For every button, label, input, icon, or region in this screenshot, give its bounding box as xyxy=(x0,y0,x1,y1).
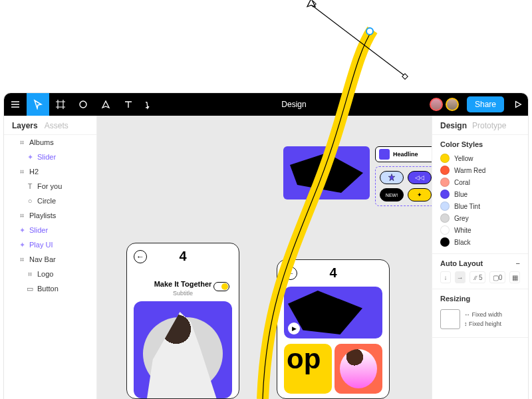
swatch-icon xyxy=(440,225,450,235)
layer-slider-2[interactable]: ✦Slider xyxy=(4,223,96,237)
width-mode[interactable]: ↔ Fixed width xyxy=(464,311,502,318)
color-style-row[interactable]: Coral xyxy=(440,176,520,188)
direction-horizontal[interactable]: → xyxy=(455,271,466,283)
canvas-tile-hero[interactable] xyxy=(283,146,370,200)
auto-layout-section: Auto Layout− ↓ → ⫽ 5 ▢ 0 ▦ xyxy=(432,254,528,289)
color-style-row[interactable]: Yellow xyxy=(440,152,520,164)
layer-label: Playlists xyxy=(29,211,56,219)
layer-circle[interactable]: ○Circle xyxy=(4,194,96,208)
favorite-toggle[interactable] xyxy=(213,282,229,291)
width-label: Fixed width xyxy=(472,311,503,318)
swatch-icon xyxy=(440,178,450,187)
color-style-row[interactable]: White xyxy=(440,224,520,236)
svg-rect-3 xyxy=(402,74,408,79)
svg-point-11 xyxy=(80,101,86,108)
frame-tool[interactable] xyxy=(49,93,72,116)
design-tab[interactable]: Design xyxy=(440,121,467,130)
share-button[interactable]: Share xyxy=(467,96,504,112)
layer-button[interactable]: ▭Button xyxy=(4,281,96,296)
section-title: Auto Layout xyxy=(440,259,483,267)
prototype-tab[interactable]: Prototype xyxy=(472,121,506,130)
layer-label: Play UI xyxy=(29,241,53,249)
present-button[interactable] xyxy=(508,100,528,109)
shape-tool[interactable] xyxy=(72,93,94,116)
color-name: Grey xyxy=(454,215,469,222)
layer-albums[interactable]: ⌗Albums xyxy=(4,135,96,150)
pill-sparkle[interactable]: ✦ xyxy=(408,188,432,201)
color-styles-section: Color Styles Yellow Warm Red Coral Blue … xyxy=(432,135,528,254)
playlist-tile-main[interactable]: ▶ xyxy=(284,287,382,338)
layer-h2[interactable]: ⌗H2 xyxy=(4,164,96,179)
color-name: Blue xyxy=(454,191,467,198)
color-style-row[interactable]: Blue xyxy=(440,188,520,200)
color-style-row[interactable]: Black xyxy=(440,236,520,248)
artboard-make-it-together[interactable]: ← 4 Make It Together Subtitle xyxy=(126,243,239,399)
headline-thumb xyxy=(379,149,390,160)
play-icon[interactable]: ▶ xyxy=(288,323,300,334)
color-style-row[interactable]: Warm Red xyxy=(440,164,520,176)
document-title[interactable]: Design xyxy=(162,100,426,109)
design-app-window: Design Share Layers Assets ⌗Albums ✦Slid… xyxy=(4,93,528,399)
selected-component-group[interactable]: ◁◁ NEW! ✦ xyxy=(375,166,432,206)
album-art-card xyxy=(134,301,232,398)
frame-icon: ⌗ xyxy=(19,168,25,175)
layer-label: Logo xyxy=(37,270,53,278)
top-toolbar: Design Share xyxy=(4,93,528,116)
color-name: Black xyxy=(454,239,470,246)
pill-new-badge[interactable]: NEW! xyxy=(380,188,404,201)
color-name: White xyxy=(454,227,471,234)
comment-tool[interactable] xyxy=(140,93,162,116)
direction-vertical[interactable]: ↓ xyxy=(440,271,451,283)
remove-icon[interactable]: − xyxy=(516,259,520,267)
layer-label: Albums xyxy=(29,138,54,146)
ellipse-icon: ○ xyxy=(27,198,33,204)
pill-starburst[interactable] xyxy=(380,171,404,184)
padding-value: 0 xyxy=(499,274,503,281)
color-style-row[interactable]: Blue Tint xyxy=(440,200,520,212)
layer-label: Nav Bar xyxy=(29,255,56,263)
back-button[interactable]: ← xyxy=(134,250,147,263)
swatch-icon xyxy=(440,166,450,175)
color-name: Coral xyxy=(454,179,470,186)
layer-play-ui[interactable]: ✦Play UI xyxy=(4,237,96,252)
frame-icon: ⌗ xyxy=(19,256,25,263)
text-icon: T xyxy=(27,183,33,190)
alignment-picker[interactable]: ▦ xyxy=(509,271,520,283)
height-label: Fixed height xyxy=(469,321,501,327)
color-style-row[interactable]: Grey xyxy=(440,212,520,224)
height-mode[interactable]: ↕ Fixed height xyxy=(464,321,502,327)
menu-button[interactable] xyxy=(4,93,27,116)
layers-tab[interactable]: Layers xyxy=(12,121,38,130)
text-tool[interactable] xyxy=(117,93,140,116)
component-icon: ✦ xyxy=(19,227,25,233)
assets-tab[interactable]: Assets xyxy=(45,121,68,130)
swatch-icon xyxy=(440,190,450,199)
color-name: Yellow xyxy=(454,155,473,162)
pen-tool[interactable] xyxy=(94,93,117,116)
padding-input[interactable]: ▢ 0 xyxy=(489,271,505,283)
headline-chip[interactable]: Headline xyxy=(375,146,432,162)
move-tool[interactable] xyxy=(27,93,49,116)
layer-slider[interactable]: ✦Slider xyxy=(4,150,96,164)
back-button[interactable]: ← xyxy=(284,267,297,280)
avatar[interactable] xyxy=(446,98,459,111)
avatar[interactable] xyxy=(430,98,443,111)
resizing-section: Resizing ↔ Fixed width ↕ Fixed height xyxy=(432,289,528,338)
layer-label: Circle xyxy=(37,197,56,205)
pill-rewind[interactable]: ◁◁ xyxy=(408,171,432,184)
playlist-tile-yellow[interactable]: op xyxy=(284,344,332,394)
layer-logo[interactable]: ⌗Logo xyxy=(4,267,96,281)
resize-diagram[interactable] xyxy=(440,309,460,329)
rectangle-icon: ▭ xyxy=(27,285,33,292)
layer-nav-bar[interactable]: ⌗Nav Bar xyxy=(4,252,96,267)
playlist-tile-coral[interactable] xyxy=(334,344,382,394)
spacing-input[interactable]: ⫽ 5 xyxy=(469,271,485,283)
layer-for-you[interactable]: TFor you xyxy=(4,179,96,194)
artboard-playlists[interactable]: ← 4 ▶ op xyxy=(277,259,390,399)
headline-label: Headline xyxy=(393,151,418,158)
layer-playlists[interactable]: ⌗Playlists xyxy=(4,208,96,223)
svg-marker-14 xyxy=(388,174,395,181)
component-icon: ✦ xyxy=(19,241,25,248)
tile-text: op xyxy=(287,344,321,374)
canvas[interactable]: Headline ◁◁ NEW! ✦ ← 4 Make It Together … xyxy=(97,116,432,399)
